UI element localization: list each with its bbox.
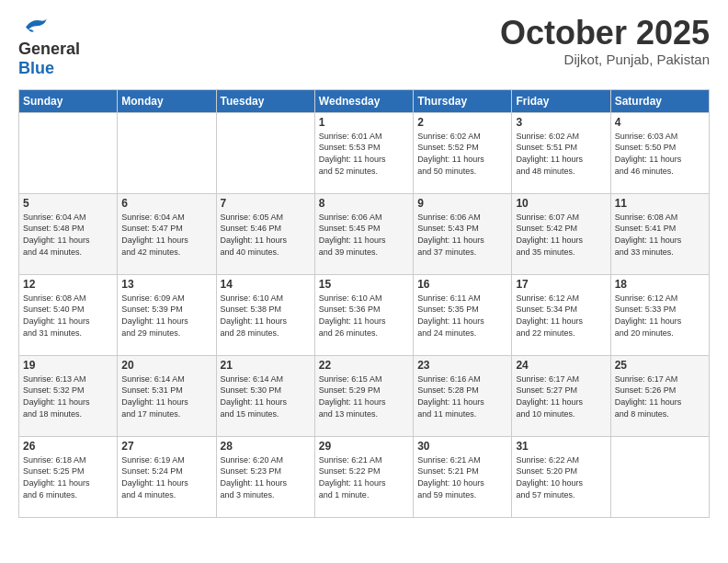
location-subtitle: Dijkot, Punjab, Pakistan [500, 52, 710, 67]
calendar-cell: 18Sunrise: 6:12 AMSunset: 5:33 PMDayligh… [610, 274, 709, 355]
calendar-cell: 27Sunrise: 6:19 AMSunset: 5:24 PMDayligh… [118, 436, 216, 517]
calendar-cell [118, 112, 216, 193]
day-info: Sunrise: 6:17 AMSunset: 5:26 PMDaylight:… [615, 373, 705, 419]
day-number: 26 [23, 440, 113, 453]
calendar-cell: 5Sunrise: 6:04 AMSunset: 5:48 PMDaylight… [19, 193, 118, 274]
day-info: Sunrise: 6:07 AMSunset: 5:42 PMDaylight:… [516, 212, 606, 258]
calendar-cell: 20Sunrise: 6:14 AMSunset: 5:31 PMDayligh… [118, 355, 216, 436]
day-info: Sunrise: 6:01 AMSunset: 5:53 PMDaylight:… [319, 131, 409, 177]
day-info: Sunrise: 6:02 AMSunset: 5:51 PMDaylight:… [516, 131, 606, 177]
calendar-week-1: 1Sunrise: 6:01 AMSunset: 5:53 PMDaylight… [19, 112, 710, 193]
day-info: Sunrise: 6:14 AMSunset: 5:30 PMDaylight:… [221, 373, 311, 419]
day-number: 15 [319, 278, 409, 291]
calendar-week-2: 5Sunrise: 6:04 AMSunset: 5:48 PMDaylight… [19, 193, 710, 274]
day-info: Sunrise: 6:04 AMSunset: 5:48 PMDaylight:… [23, 212, 113, 258]
day-number: 31 [516, 440, 606, 453]
calendar-cell: 1Sunrise: 6:01 AMSunset: 5:53 PMDaylight… [314, 112, 413, 193]
day-number: 7 [221, 197, 311, 210]
day-info: Sunrise: 6:05 AMSunset: 5:46 PMDaylight:… [221, 212, 311, 258]
calendar-cell [216, 112, 314, 193]
day-info: Sunrise: 6:21 AMSunset: 5:22 PMDaylight:… [319, 454, 409, 500]
day-info: Sunrise: 6:16 AMSunset: 5:28 PMDaylight:… [417, 373, 507, 419]
calendar-cell: 9Sunrise: 6:06 AMSunset: 5:43 PMDaylight… [414, 193, 512, 274]
calendar-cell: 17Sunrise: 6:12 AMSunset: 5:34 PMDayligh… [512, 274, 610, 355]
day-number: 29 [319, 440, 409, 453]
day-info: Sunrise: 6:14 AMSunset: 5:31 PMDaylight:… [121, 373, 211, 419]
day-number: 25 [615, 359, 705, 372]
day-number: 22 [319, 359, 409, 372]
day-info: Sunrise: 6:09 AMSunset: 5:39 PMDaylight:… [121, 293, 211, 339]
day-info: Sunrise: 6:18 AMSunset: 5:25 PMDaylight:… [23, 454, 113, 500]
calendar-week-4: 19Sunrise: 6:13 AMSunset: 5:32 PMDayligh… [19, 355, 710, 436]
calendar-cell: 30Sunrise: 6:21 AMSunset: 5:21 PMDayligh… [414, 436, 512, 517]
day-info: Sunrise: 6:20 AMSunset: 5:23 PMDaylight:… [221, 454, 311, 500]
calendar-week-3: 12Sunrise: 6:08 AMSunset: 5:40 PMDayligh… [19, 274, 710, 355]
day-number: 11 [615, 197, 705, 210]
calendar-cell: 31Sunrise: 6:22 AMSunset: 5:20 PMDayligh… [512, 436, 610, 517]
day-number: 14 [221, 278, 311, 291]
day-info: Sunrise: 6:17 AMSunset: 5:27 PMDaylight:… [516, 373, 606, 419]
day-number: 16 [417, 278, 507, 291]
day-info: Sunrise: 6:08 AMSunset: 5:41 PMDaylight:… [615, 212, 705, 258]
calendar-page: General Blue October 2025 Dijkot, Punjab… [0, 0, 728, 563]
calendar-cell: 6Sunrise: 6:04 AMSunset: 5:47 PMDaylight… [118, 193, 216, 274]
day-info: Sunrise: 6:12 AMSunset: 5:33 PMDaylight:… [615, 293, 705, 339]
day-number: 23 [417, 359, 507, 372]
day-info: Sunrise: 6:06 AMSunset: 5:45 PMDaylight:… [319, 212, 409, 258]
weekday-header-saturday: Saturday [610, 89, 709, 112]
calendar-cell: 12Sunrise: 6:08 AMSunset: 5:40 PMDayligh… [19, 274, 118, 355]
day-number: 1 [319, 116, 409, 129]
logo-icon [20, 15, 48, 37]
calendar-cell: 28Sunrise: 6:20 AMSunset: 5:23 PMDayligh… [216, 436, 314, 517]
day-info: Sunrise: 6:04 AMSunset: 5:47 PMDaylight:… [121, 212, 211, 258]
day-number: 2 [417, 116, 507, 129]
calendar-cell: 19Sunrise: 6:13 AMSunset: 5:32 PMDayligh… [19, 355, 118, 436]
day-info: Sunrise: 6:10 AMSunset: 5:38 PMDaylight:… [221, 293, 311, 339]
calendar-cell: 23Sunrise: 6:16 AMSunset: 5:28 PMDayligh… [414, 355, 512, 436]
day-number: 10 [516, 197, 606, 210]
day-number: 12 [23, 278, 113, 291]
day-number: 19 [23, 359, 113, 372]
month-year-title: October 2025 [500, 15, 710, 52]
calendar-cell [19, 112, 118, 193]
day-info: Sunrise: 6:12 AMSunset: 5:34 PMDaylight:… [516, 293, 606, 339]
day-info: Sunrise: 6:10 AMSunset: 5:36 PMDaylight:… [319, 293, 409, 339]
calendar-cell: 24Sunrise: 6:17 AMSunset: 5:27 PMDayligh… [512, 355, 610, 436]
day-info: Sunrise: 6:08 AMSunset: 5:40 PMDaylight:… [23, 293, 113, 339]
logo-text-general: General [18, 40, 80, 59]
calendar-cell: 22Sunrise: 6:15 AMSunset: 5:29 PMDayligh… [314, 355, 413, 436]
day-number: 21 [221, 359, 311, 372]
calendar-cell: 29Sunrise: 6:21 AMSunset: 5:22 PMDayligh… [314, 436, 413, 517]
calendar-cell: 13Sunrise: 6:09 AMSunset: 5:39 PMDayligh… [118, 274, 216, 355]
logo-text-blue: Blue [18, 59, 54, 77]
day-number: 27 [121, 440, 211, 453]
title-block: October 2025 Dijkot, Punjab, Pakistan [500, 15, 710, 67]
calendar-cell: 10Sunrise: 6:07 AMSunset: 5:42 PMDayligh… [512, 193, 610, 274]
day-number: 13 [121, 278, 211, 291]
day-info: Sunrise: 6:02 AMSunset: 5:52 PMDaylight:… [417, 131, 507, 177]
weekday-header-wednesday: Wednesday [314, 89, 413, 112]
page-header: General Blue October 2025 Dijkot, Punjab… [18, 15, 710, 78]
day-info: Sunrise: 6:11 AMSunset: 5:35 PMDaylight:… [417, 293, 507, 339]
weekday-header-sunday: Sunday [19, 89, 118, 112]
day-number: 3 [516, 116, 606, 129]
day-info: Sunrise: 6:06 AMSunset: 5:43 PMDaylight:… [417, 212, 507, 258]
day-info: Sunrise: 6:19 AMSunset: 5:24 PMDaylight:… [121, 454, 211, 500]
day-number: 24 [516, 359, 606, 372]
calendar-cell: 2Sunrise: 6:02 AMSunset: 5:52 PMDaylight… [414, 112, 512, 193]
day-info: Sunrise: 6:03 AMSunset: 5:50 PMDaylight:… [615, 131, 705, 177]
day-number: 6 [121, 197, 211, 210]
calendar-week-5: 26Sunrise: 6:18 AMSunset: 5:25 PMDayligh… [19, 436, 710, 517]
weekday-header-thursday: Thursday [414, 89, 512, 112]
calendar-cell [610, 436, 709, 517]
calendar-cell: 21Sunrise: 6:14 AMSunset: 5:30 PMDayligh… [216, 355, 314, 436]
calendar-cell: 14Sunrise: 6:10 AMSunset: 5:38 PMDayligh… [216, 274, 314, 355]
calendar-cell: 7Sunrise: 6:05 AMSunset: 5:46 PMDaylight… [216, 193, 314, 274]
day-number: 28 [221, 440, 311, 453]
day-number: 8 [319, 197, 409, 210]
calendar-cell: 25Sunrise: 6:17 AMSunset: 5:26 PMDayligh… [610, 355, 709, 436]
logo: General Blue [18, 15, 80, 78]
calendar-body: 1Sunrise: 6:01 AMSunset: 5:53 PMDaylight… [19, 112, 710, 517]
day-number: 20 [121, 359, 211, 372]
day-number: 18 [615, 278, 705, 291]
